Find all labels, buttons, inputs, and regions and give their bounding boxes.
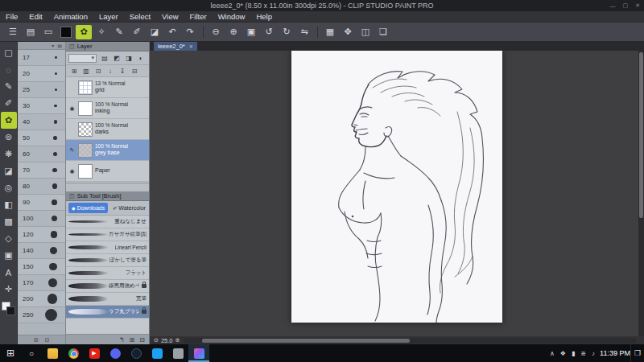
blend-mode-dropdown[interactable]: ▾ [68,54,97,63]
search-button[interactable]: ○ [21,344,42,362]
lock-alpha-icon[interactable]: ◨ [123,53,134,63]
brush-size-item[interactable]: 40 [18,114,65,130]
taskbar-clock[interactable]: 11:39 PM [600,349,630,357]
size-panel-menu-icon[interactable]: ▾ [52,43,54,48]
subtool-tab-downloads[interactable]: ◆ Downloads [68,203,108,213]
undo-icon[interactable]: ↶ [164,25,180,39]
tab-close-icon[interactable]: ✕ [189,43,193,49]
layer-row[interactable]: ✎ 100 % Normal grey base [66,140,149,161]
youtube-icon[interactable]: ▶ [84,344,105,362]
size-panel-list-icon[interactable]: ▤ [57,43,62,48]
menu-item[interactable]: Animation [48,11,93,23]
frame-tool-icon[interactable]: ▣ [1,247,17,264]
lock-layer-icon[interactable]: ◩ [111,53,122,63]
tray-caret-up-icon[interactable]: ∧ [550,350,555,357]
fill-tool-icon[interactable]: ◧ [1,196,17,213]
tray-network-icon[interactable]: ≋ [580,350,586,357]
background-color-swatch[interactable] [6,306,15,315]
brush-size-item[interactable]: 200 [18,291,65,307]
pen-tool-icon[interactable]: ✎ [1,78,17,95]
canvas-viewport[interactable] [150,51,644,336]
brush-item[interactable]: フラット [66,267,149,280]
new-layer-icon[interactable]: ⊞ [68,66,80,76]
zoom-in-button[interactable]: ⊕ [175,337,180,343]
pencil-tool-icon[interactable]: ✐ [1,95,17,112]
zoom-out-button[interactable]: ⊖ [154,337,159,343]
brush-item[interactable]: 荒筆 [66,293,149,306]
eraser-tool-icon[interactable]: ◪ [1,162,17,179]
brush-tool-icon[interactable]: ✿ [1,112,17,129]
brush-size-item[interactable]: 120 [18,227,65,243]
layer-row[interactable]: 13 % Normal grid [66,77,149,98]
mirror-icon[interactable]: ◫ [357,25,374,39]
menu-item[interactable]: View [156,11,184,23]
new-folder-icon[interactable]: ▥ [80,66,92,76]
grid-icon[interactable]: ▦ [322,25,338,39]
brush-item[interactable]: 重ねなじませ [66,216,149,228]
canvas[interactable] [291,51,502,323]
menu-item[interactable]: Select [124,11,156,23]
merge-down-icon[interactable]: ↓ [105,66,116,76]
text-tool-icon[interactable]: A [1,264,17,281]
menu-item[interactable]: Layer [93,11,124,23]
pen-icon[interactable]: ✎ [111,25,127,39]
minimize-button[interactable]: — [610,3,616,9]
lasso-tool-icon[interactable]: ◌ [1,61,17,78]
brush-size-item[interactable]: 30 [18,98,65,114]
clip-layer-icon[interactable]: ▤ [99,53,110,63]
subtool-tab-watercolor[interactable]: ✐ Watercolor [109,203,149,213]
vertical-scrollbar-thumb[interactable] [639,52,643,218]
zoom-out-icon[interactable]: ⊖ [208,25,224,39]
brush-item[interactable]: ガサガサ絵筆(乱れ毛) [66,228,149,241]
brush-size-item[interactable]: 17 [18,50,65,66]
document-tab[interactable]: leeee2_0* ✕ [154,42,197,51]
figure-tool-icon[interactable]: ◇ [1,230,17,247]
layer-mask-icon[interactable]: ◐ [135,53,147,63]
separator[interactable] [200,25,206,39]
layer-row[interactable]: ◉ Paper [66,161,149,182]
subtool-delete-icon[interactable]: ⊟ [139,336,145,343]
color-swatch[interactable] [58,25,74,39]
start-button[interactable]: ⊞ [0,344,21,362]
menu-item[interactable]: File [0,11,23,23]
maximize-button[interactable]: ▢ [623,2,629,9]
clip-studio-icon[interactable] [188,344,209,362]
twitter-icon[interactable] [147,344,167,362]
brush-size-item[interactable]: 250 [18,307,65,323]
steam-icon[interactable] [126,344,147,362]
brush-size-item[interactable]: 100 [18,211,65,227]
subtool-prev-icon[interactable]: ↰ [119,336,125,343]
brush-size-item[interactable]: 80 [18,179,65,195]
brush-item[interactable]: ラフ丸ブラシ [66,306,149,319]
file-explorer-icon[interactable] [42,344,63,362]
zoom-in-icon[interactable]: ⊕ [225,25,242,39]
main-menu-icon[interactable]: ☰ [5,25,21,39]
brush-item[interactable]: Lineart Pencil [66,241,149,254]
tablet-icon[interactable]: ▭ [40,25,56,39]
brush-size-item[interactable]: 60 [18,146,65,162]
brush-size-item[interactable]: 90 [18,195,65,211]
brush-size-item[interactable]: 170 [18,275,65,291]
main-color-swatches[interactable] [2,302,15,315]
paint-app-icon[interactable] [167,344,188,362]
gradient-tool-icon[interactable]: ▩ [1,213,17,230]
operation-tool-icon[interactable]: ✛ [1,281,17,298]
size-delete-icon[interactable]: ⊟ [45,337,50,343]
fullscreen-icon[interactable]: ❏ [375,25,391,39]
brush-size-item[interactable]: 20 [18,66,65,82]
airbrush-tool-icon[interactable]: ⊚ [1,129,17,146]
active-tool-icon[interactable]: ✿ [76,25,92,39]
brush-size-item[interactable]: 50 [18,130,65,146]
hand-icon[interactable]: ✥ [340,25,356,39]
menu-item[interactable]: Help [250,11,278,23]
size-add-icon[interactable]: ⊞ [34,337,39,343]
brush-item[interactable]: 線画用強めペン [66,280,149,293]
brush-size-item[interactable]: 70 [18,162,65,179]
selection-tool-icon[interactable]: ▢ [1,44,17,61]
eraser-icon[interactable]: ◪ [147,25,163,39]
workspace-icon[interactable]: ▤ [23,25,39,39]
duplicate-layer-icon[interactable]: ⊡ [93,66,104,76]
rotate-left-icon[interactable]: ↺ [261,25,277,39]
menu-item[interactable]: Edit [23,11,47,23]
menu-item[interactable]: Window [213,11,251,23]
